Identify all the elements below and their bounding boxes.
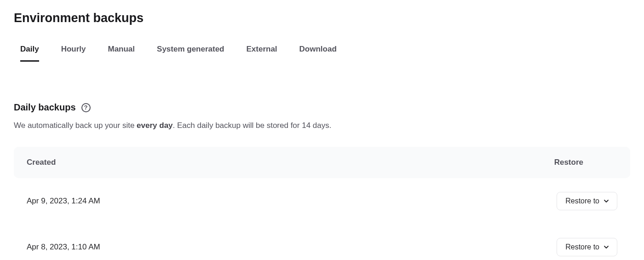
section-header: Daily backups ?	[14, 102, 630, 113]
chevron-down-icon	[604, 200, 609, 202]
daily-backups-section: Daily backups ? We automatically back up…	[14, 102, 630, 260]
description-bold: every day	[137, 121, 172, 130]
restore-to-button[interactable]: Restore to	[557, 192, 617, 210]
tab-daily[interactable]: Daily	[20, 45, 39, 62]
restore-button-label: Restore to	[565, 243, 599, 251]
chevron-down-icon	[604, 246, 609, 248]
section-title: Daily backups	[14, 102, 76, 113]
backup-created-date: Apr 9, 2023, 1:24 AM	[27, 196, 100, 206]
description-suffix: . Each daily backup will be stored for 1…	[173, 121, 332, 130]
column-header-created: Created	[27, 158, 56, 167]
restore-to-button[interactable]: Restore to	[557, 238, 617, 256]
tab-download[interactable]: Download	[299, 45, 337, 62]
section-description: We automatically back up your site every…	[14, 121, 630, 130]
description-prefix: We automatically back up your site	[14, 121, 137, 130]
restore-button-label: Restore to	[565, 197, 599, 205]
tab-hourly[interactable]: Hourly	[61, 45, 86, 62]
page-title: Environment backups	[14, 11, 630, 25]
tab-system-generated[interactable]: System generated	[157, 45, 224, 62]
table-header: Created Restore	[14, 147, 630, 178]
tabs-nav: Daily Hourly Manual System generated Ext…	[14, 45, 630, 62]
help-icon[interactable]: ?	[81, 103, 91, 112]
tab-external[interactable]: External	[247, 45, 277, 62]
backup-created-date: Apr 8, 2023, 1:10 AM	[27, 243, 100, 252]
tab-manual[interactable]: Manual	[108, 45, 135, 62]
table-row: Apr 9, 2023, 1:24 AM Restore to	[14, 178, 630, 224]
table-row: Apr 8, 2023, 1:10 AM Restore to	[14, 224, 630, 260]
column-header-restore: Restore	[554, 158, 617, 167]
